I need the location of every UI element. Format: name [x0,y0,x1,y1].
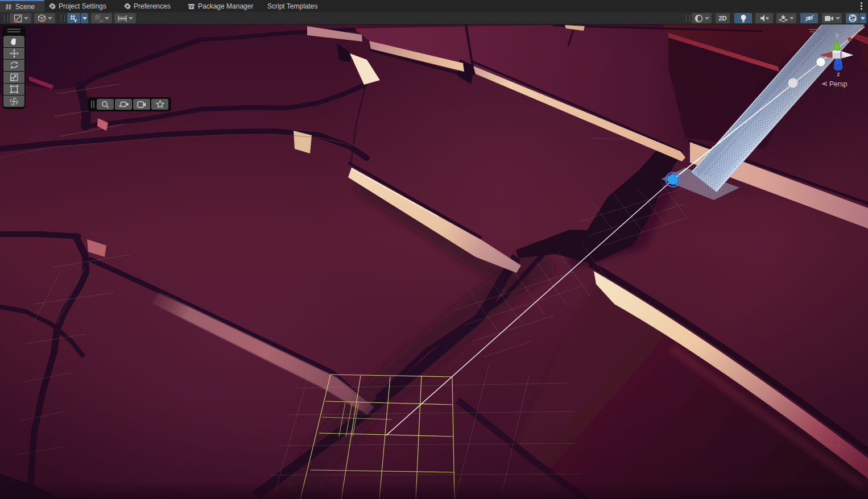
svg-text:y: y [836,31,839,38]
svg-text:z: z [837,70,840,77]
svg-text:Y: Y [74,18,77,23]
svg-text:Persp: Persp [829,80,848,88]
